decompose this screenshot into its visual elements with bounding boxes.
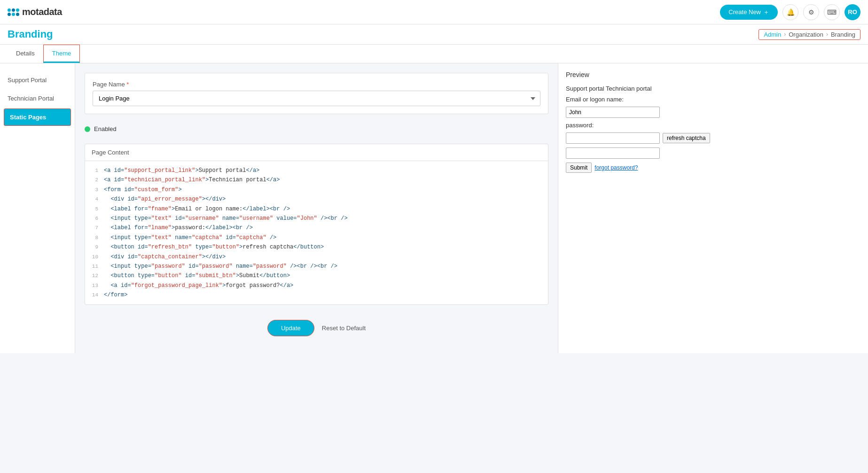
enabled-label: Enabled bbox=[94, 125, 117, 132]
create-new-button[interactable]: Create New ＋ bbox=[720, 5, 778, 20]
page-name-label: Page Name * bbox=[93, 81, 540, 88]
code-line: 5 <label for="fname">Email or logon name… bbox=[85, 204, 548, 214]
breadcrumb-admin[interactable]: Admin bbox=[764, 31, 781, 38]
breadcrumb: Admin › Organization › Branding bbox=[759, 29, 860, 40]
create-new-label: Create New bbox=[728, 8, 761, 16]
action-row: Update Reset to Default bbox=[85, 312, 548, 344]
keyboard-icon[interactable]: ⌨ bbox=[824, 4, 840, 20]
dot bbox=[8, 13, 11, 16]
preview-email-label: Email or logon name: bbox=[566, 96, 860, 103]
page-tabs: Details Theme bbox=[0, 45, 868, 63]
code-line: 3<form id="custom_form"> bbox=[85, 185, 548, 194]
notifications-icon[interactable]: 🔔 bbox=[782, 4, 798, 20]
code-line: 14</form> bbox=[85, 290, 548, 300]
code-line: 7 <label for="lname">password:</label><b… bbox=[85, 223, 548, 233]
code-line: 12 <button type="button" id="submit_btn"… bbox=[85, 271, 548, 280]
preview-submit-button[interactable]: Submit bbox=[566, 163, 592, 173]
page-name-select[interactable]: Login Page bbox=[93, 91, 540, 106]
sidebar-item-static-pages[interactable]: Static Pages bbox=[4, 109, 71, 126]
sidebar-item-technician-portal[interactable]: Technician Portal bbox=[0, 89, 75, 108]
code-line: 9 <button id="refresh_btn" type="button"… bbox=[85, 242, 548, 252]
plus-icon: ＋ bbox=[763, 8, 769, 16]
required-indicator: * bbox=[126, 81, 129, 88]
enabled-indicator bbox=[85, 126, 90, 132]
dot bbox=[12, 13, 15, 16]
reset-button[interactable]: Reset to Default bbox=[322, 325, 366, 332]
logo-text: motadata bbox=[22, 7, 62, 17]
dot bbox=[16, 8, 19, 12]
logo-dots bbox=[8, 8, 19, 16]
page-name-field: Page Name * Login Page bbox=[85, 73, 548, 114]
preview-captcha-input[interactable] bbox=[566, 132, 660, 144]
code-section-label: Page Content bbox=[85, 144, 548, 161]
header-right: Create New ＋ 🔔 ⚙ ⌨ RO bbox=[720, 4, 860, 20]
code-line: 8 <input type="text" name="captcha" id="… bbox=[85, 233, 548, 242]
code-editor[interactable]: 1<a id="support_portal_link">Support por… bbox=[85, 161, 548, 304]
content-wrapper: Support Portal Technician Portal Static … bbox=[0, 63, 868, 353]
tab-theme[interactable]: Theme bbox=[43, 45, 80, 63]
left-nav: Support Portal Technician Portal Static … bbox=[0, 63, 75, 353]
dot bbox=[16, 13, 19, 16]
preview-password-label: password: bbox=[566, 122, 860, 129]
breadcrumb-sep: › bbox=[826, 31, 828, 38]
sub-header: Branding Admin › Organization › Branding bbox=[0, 24, 868, 45]
code-line: 6 <input type="text" id="username" name=… bbox=[85, 214, 548, 223]
dot bbox=[8, 8, 11, 12]
preview-title: Preview bbox=[566, 71, 860, 78]
preview-panel: Preview Support portal Technician portal… bbox=[558, 63, 868, 353]
dot bbox=[12, 8, 15, 12]
code-line: 10 <div id="captcha_container"></div> bbox=[85, 252, 548, 262]
preview-captcha-row: refresh captcha bbox=[566, 132, 860, 144]
preview-email-input[interactable] bbox=[566, 107, 660, 118]
header: motadata Create New ＋ 🔔 ⚙ ⌨ RO bbox=[0, 0, 868, 24]
logo: motadata bbox=[8, 7, 62, 17]
breadcrumb-sep: › bbox=[784, 31, 786, 38]
preview-content: Support portal Technician portal Email o… bbox=[566, 85, 860, 173]
center-content: Page Name * Login Page Enabled Page Cont… bbox=[75, 63, 558, 353]
update-button[interactable]: Update bbox=[267, 320, 314, 336]
enabled-row: Enabled bbox=[85, 122, 548, 136]
code-line: 11 <input type="password" id="password" … bbox=[85, 262, 548, 271]
breadcrumb-organization[interactable]: Organization bbox=[789, 31, 823, 38]
code-line: 1<a id="support_portal_link">Support por… bbox=[85, 166, 548, 175]
preview-captcha-button[interactable]: refresh captcha bbox=[663, 133, 710, 143]
avatar[interactable]: RO bbox=[845, 4, 860, 20]
breadcrumb-branding: Branding bbox=[831, 31, 855, 38]
code-section: Page Content 1<a id="support_portal_link… bbox=[85, 144, 548, 305]
tab-details[interactable]: Details bbox=[8, 45, 43, 63]
preview-submit-row: Submit forgot password? bbox=[566, 163, 860, 173]
page-title: Branding bbox=[8, 28, 53, 40]
preview-password-input[interactable] bbox=[566, 147, 660, 159]
settings-icon[interactable]: ⚙ bbox=[803, 4, 819, 20]
code-line: 2<a id="technician_portal_link">Technici… bbox=[85, 175, 548, 185]
preview-forgot-link[interactable]: forgot password? bbox=[594, 164, 638, 171]
preview-heading: Support portal Technician portal bbox=[566, 85, 860, 92]
code-line: 13 <a id="forgot_password_page_link">for… bbox=[85, 281, 548, 290]
code-line: 4 <div id="api_error_message"></div> bbox=[85, 194, 548, 204]
sidebar-item-support-portal[interactable]: Support Portal bbox=[0, 71, 75, 89]
